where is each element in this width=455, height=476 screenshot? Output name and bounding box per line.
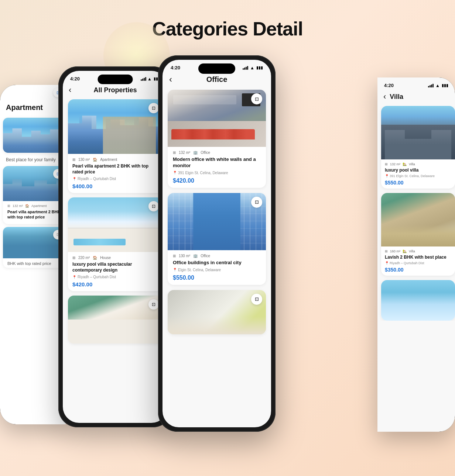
back-button-2[interactable]: ‹ xyxy=(69,85,71,95)
phone-1-screen: Apartment ⊡ Best place for your family xyxy=(0,85,66,424)
phone-2-screen: 4:20 ▲ ▮▮▮ ‹ All Properties xyxy=(63,71,168,423)
nav-title-2: All Properties xyxy=(93,86,137,94)
page-title: Categories Detail xyxy=(0,0,455,40)
card-title-2-1: Pearl villa apartment 2 BHK with top rat… xyxy=(72,163,158,175)
card-meta-3-1: ⊞ 132 m² 🏢 Office xyxy=(173,151,261,155)
apartment-subtitle: Best place for your family xyxy=(0,156,66,166)
card-location-4-2: 📍 Riyadh – Qurtubah Dist xyxy=(385,261,451,265)
phone-3-frame: 4:20 ▲ ▮▮▮ ‹ Office xyxy=(158,55,276,432)
nav-header-2: ‹ All Properties xyxy=(63,84,168,99)
phone-3-screen: 4:20 ▲ ▮▮▮ ‹ Office xyxy=(162,60,271,427)
apt-card-3: ⊡ BHK with top rated price xyxy=(3,227,66,268)
type-icon-2-1: 🏠 xyxy=(93,158,97,162)
status-icons-2: ▲ ▮▮▮ xyxy=(141,76,160,82)
card-location-3-2: 📍 Elgin St. Celina, Delaware xyxy=(173,268,261,272)
type-val-2-1: Apartment xyxy=(100,158,117,162)
dynamic-island-2 xyxy=(98,75,133,84)
phone-4-screen: 4:20 ▲ ▮▮▮ ‹ Villa xyxy=(377,77,455,432)
card-price-4-1: $550.00 xyxy=(385,180,451,186)
nav-header-4: ‹ Villa xyxy=(377,90,455,106)
properties-list-3: ⊡ ⊞ 132 m² 🏢 Office Modern office with w… xyxy=(162,90,271,343)
phone-1-frame: Apartment ⊡ Best place for your family xyxy=(0,85,66,424)
signal-icon-2 xyxy=(141,77,146,81)
card-img-4-1 xyxy=(381,106,455,159)
wifi-icon-4: ▲ xyxy=(435,83,440,88)
card-meta-4-1: ⊞ 132 m² 🏡 Villa xyxy=(385,162,451,166)
type-val-3-1: Office xyxy=(201,151,210,155)
area-icon-apt2: ⊞ xyxy=(7,204,10,208)
bookmark-3-1[interactable]: ⊡ xyxy=(251,93,262,104)
card-img-4-3 xyxy=(381,280,455,321)
time-2: 4:20 xyxy=(70,76,80,82)
apt-card-1: ⊡ xyxy=(3,118,66,153)
bookmark-3-2[interactable]: ⊡ xyxy=(251,197,262,208)
loc-icon-3-2: 📍 xyxy=(173,268,177,272)
card-meta-3-2: ⊞ 130 m² 🏢 Office xyxy=(173,254,261,258)
nav-title-3: Office xyxy=(206,75,228,84)
card-title-3-2: Office buildings in central city xyxy=(173,260,261,266)
property-card-2-2[interactable]: ⊡ ⊞ 220 m² 🏠 House luxury pool villa spe… xyxy=(68,197,162,291)
type-val-3-2: Office xyxy=(201,254,210,258)
card-price-4-2: $350.00 xyxy=(385,267,451,273)
back-button-3[interactable]: ‹ xyxy=(169,74,172,84)
back-button-4[interactable]: ‹ xyxy=(383,92,386,101)
card-location-2-1: 📍 Riyadh – Qurtubah Dist xyxy=(72,177,158,181)
area-icon-2-1: ⊞ xyxy=(72,158,75,162)
status-bar-4: 4:20 ▲ ▮▮▮ xyxy=(377,77,455,90)
loc-icon-2-1: 📍 xyxy=(72,177,76,181)
bookmark-3-3[interactable]: ⊡ xyxy=(251,294,262,305)
property-card-2-1[interactable]: ⊡ ⊞ 130 m² 🏠 Apartment Pearl villa apart… xyxy=(68,99,162,193)
apt-card2-title: Pearl villa apartment 2 BHK with top rat… xyxy=(7,209,61,220)
card-meta-4-2: ⊞ 160 m² 🏡 Villa xyxy=(385,249,451,253)
card-meta-2-2: ⊞ 220 m² 🏠 House xyxy=(72,256,158,260)
card-location-2-2: 📍 Riyadh – Qurtubah Dist xyxy=(72,275,158,279)
property-card-4-1[interactable]: ⊞ 132 m² 🏡 Villa luxury pool villa 📍 391… xyxy=(381,106,455,189)
properties-list-2: ⊡ ⊞ 130 m² 🏠 Apartment Pearl villa apart… xyxy=(63,99,168,352)
loc-icon-2-2: 📍 xyxy=(72,275,76,279)
property-card-3-1[interactable]: ⊡ ⊞ 132 m² 🏢 Office Modern office with w… xyxy=(168,90,266,188)
loc-icon-3-1: 📍 xyxy=(173,171,177,175)
property-card-3-3[interactable]: ⊡ xyxy=(168,290,266,334)
area-val-2-1: 130 m² xyxy=(78,158,90,162)
bookmark-2-2[interactable]: ⊡ xyxy=(148,201,159,211)
wifi-icon-3: ▲ xyxy=(250,65,254,70)
area-val-2-2: 220 m² xyxy=(78,256,90,260)
apartment-title: Apartment xyxy=(0,103,66,115)
property-card-3-2[interactable]: ⊡ ⊞ 130 m² 🏢 Office Office buildings in … xyxy=(168,193,266,285)
status-icons-3: ▲ ▮▮▮ xyxy=(243,65,263,70)
card-price-2-1: $400.00 xyxy=(72,183,158,189)
time-3: 4:20 xyxy=(171,65,180,70)
status-icons-4: ▲ ▮▮▮ xyxy=(428,83,448,88)
card-title-3-1: Modern office with white walls and a mon… xyxy=(173,156,261,169)
card-location-3-1: 📍 391 Elgin St. Celina, Delaware xyxy=(173,171,261,175)
battery-icon-3: ▮▮▮ xyxy=(256,65,263,70)
phones-wrapper: Apartment ⊡ Best place for your family xyxy=(0,55,455,476)
card-price-2-2: $420.00 xyxy=(72,281,158,287)
phone-4-frame: 4:20 ▲ ▮▮▮ ‹ Villa xyxy=(377,77,455,432)
phone-2-frame: 4:20 ▲ ▮▮▮ ‹ All Properties xyxy=(58,66,172,427)
type-icon-2-2: 🏠 xyxy=(93,256,97,260)
bookmark-2-1[interactable]: ⊡ xyxy=(148,103,159,113)
card-location-4-1: 📍 391 Elgin St. Celina, Delaware xyxy=(385,174,451,178)
wifi-icon-2: ▲ xyxy=(147,76,152,82)
card-price-3-1: $420.00 xyxy=(173,177,261,184)
card-title-4-2: Lavish 2 BHK with best place xyxy=(385,255,451,260)
dynamic-island-3 xyxy=(198,63,235,74)
area-icon-2-2: ⊞ xyxy=(72,256,75,260)
area-value-apt2: 132 m² xyxy=(13,204,23,208)
property-card-2-3[interactable]: ⊡ xyxy=(68,296,162,344)
card-img-3-3 xyxy=(168,290,266,334)
card-meta-2-1: ⊞ 130 m² 🏠 Apartment xyxy=(72,158,158,162)
type-icon-3-1: 🏢 xyxy=(193,151,198,155)
property-card-4-3[interactable] xyxy=(381,280,455,321)
nav-title-4: Villa xyxy=(390,93,403,101)
area-icon-3-1: ⊞ xyxy=(173,151,176,155)
property-card-4-2[interactable]: ⊞ 160 m² 🏡 Villa Lavish 2 BHK with best … xyxy=(381,193,455,276)
time-4: 4:20 xyxy=(384,83,394,88)
type-value-apt2: Apartment xyxy=(31,204,47,208)
area-val-3-1: 132 m² xyxy=(179,151,190,155)
battery-icon-4: ▮▮▮ xyxy=(442,83,448,88)
signal-icon-3 xyxy=(243,66,248,70)
area-val-3-2: 130 m² xyxy=(179,254,190,258)
area-icon-3-2: ⊞ xyxy=(173,254,176,258)
